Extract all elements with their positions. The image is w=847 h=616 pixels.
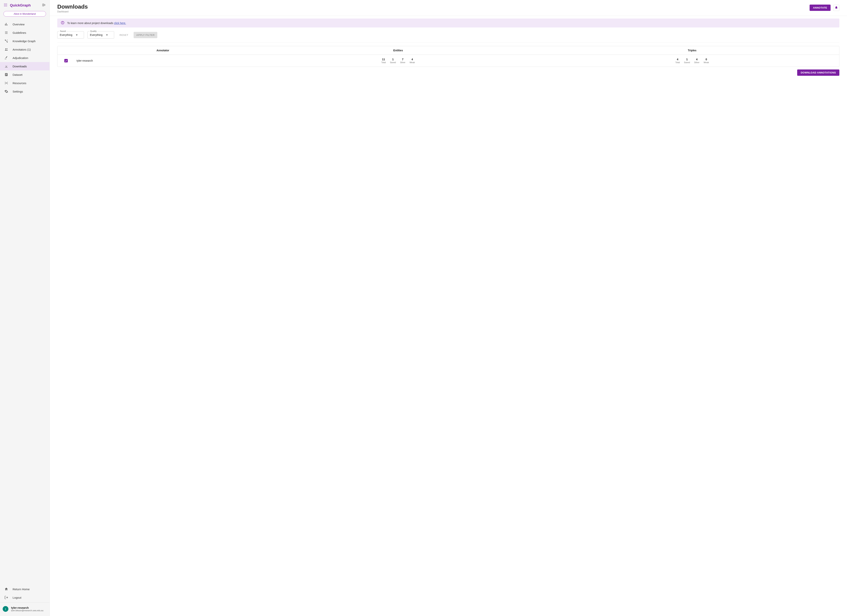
sidebar-item-label: Annotators (1) bbox=[13, 48, 31, 51]
hub-icon bbox=[4, 81, 8, 85]
sidebar-item-overview[interactable]: Overview bbox=[0, 20, 49, 28]
sidebar-item-label: Resources bbox=[13, 81, 27, 85]
svg-point-6 bbox=[4, 6, 5, 6]
svg-line-40 bbox=[6, 83, 7, 84]
svg-point-20 bbox=[7, 40, 7, 40]
sidebar-item-settings[interactable]: Settings bbox=[0, 87, 49, 96]
list-icon bbox=[4, 31, 8, 35]
annotations-table: Annotator Entities Triples tyler-researc… bbox=[57, 46, 840, 67]
sidebar-user-footer: t tyler-research tyler.bikaun@research.u… bbox=[0, 603, 49, 616]
sidebar-item-return-home[interactable]: Return Home bbox=[0, 585, 49, 593]
svg-point-1 bbox=[5, 4, 6, 4]
user-profile[interactable]: t tyler-research tyler.bikaun@research.u… bbox=[0, 604, 49, 614]
sidebar-item-guidelines[interactable]: Guidelines bbox=[0, 28, 49, 37]
quality-filter-label: Quality bbox=[89, 30, 97, 32]
sidebar-item-resources[interactable]: Resources bbox=[0, 79, 49, 87]
bell-icon bbox=[835, 6, 838, 10]
content: To learn more about project downloads cl… bbox=[50, 16, 847, 78]
info-text: To learn more about project downloads cl… bbox=[67, 22, 126, 25]
brand[interactable]: QuickGraph bbox=[4, 3, 31, 7]
collapse-sidebar-icon[interactable] bbox=[42, 3, 46, 7]
reset-button[interactable]: RESET bbox=[118, 32, 130, 38]
sidebar-item-label: Overview bbox=[13, 23, 25, 26]
gavel-icon bbox=[4, 56, 8, 60]
graph-icon bbox=[4, 39, 8, 43]
sidebar-item-label: Downloads bbox=[13, 65, 27, 68]
apps-grid-icon bbox=[4, 3, 7, 7]
sidebar-item-knowledge-graph[interactable]: Knowledge Graph bbox=[0, 37, 49, 45]
svg-point-22 bbox=[5, 48, 6, 49]
svg-line-37 bbox=[5, 82, 6, 83]
svg-rect-14 bbox=[7, 24, 7, 25]
sidebar-item-label: Dataset bbox=[13, 73, 22, 76]
svg-point-0 bbox=[4, 4, 5, 4]
sidebar-item-label: Return Home bbox=[13, 588, 30, 591]
info-icon bbox=[61, 21, 65, 25]
saved-filter[interactable]: Saved Everything ▼ bbox=[57, 31, 84, 38]
breadcrumb: Dashboard bbox=[57, 10, 88, 13]
people-icon bbox=[4, 47, 8, 52]
notifications-button[interactable] bbox=[833, 5, 840, 11]
th-annotator: Annotator bbox=[75, 46, 251, 55]
sidebar-item-adjudication[interactable]: Adjudication bbox=[0, 54, 49, 62]
gear-icon bbox=[4, 89, 8, 93]
sidebar-item-label: Adjudication bbox=[13, 56, 28, 59]
caret-down-icon: ▼ bbox=[75, 33, 78, 37]
svg-rect-27 bbox=[5, 67, 7, 68]
svg-point-23 bbox=[7, 49, 7, 49]
home-icon bbox=[4, 587, 8, 591]
sidebar-item-label: Logout bbox=[13, 596, 21, 599]
svg-rect-24 bbox=[5, 59, 6, 59]
sidebar-item-annotators[interactable]: Annotators (1) bbox=[0, 45, 49, 54]
svg-point-5 bbox=[6, 5, 7, 5]
table-row: tyler-research 11Total 1Saved 7Silver 4W… bbox=[58, 55, 839, 66]
svg-point-3 bbox=[4, 5, 5, 5]
apply-filter-button[interactable]: APPLY FILTER bbox=[134, 32, 157, 38]
svg-point-44 bbox=[62, 22, 63, 22]
caret-down-icon: ▼ bbox=[106, 33, 108, 37]
download-annotations-button[interactable]: DOWNLOAD ANNOTATIONS bbox=[797, 69, 840, 76]
row-triples: 4Total 1Saved 4Silver 0Weak bbox=[545, 55, 839, 66]
annotate-button[interactable]: ANNOTATE bbox=[810, 4, 831, 11]
sidebar-nav: Overview Guidelines Knowledge Graph Anno… bbox=[0, 19, 49, 96]
sidebar-item-dataset[interactable]: Dataset bbox=[0, 71, 49, 79]
saved-filter-select[interactable]: Everything ▼ bbox=[57, 31, 84, 38]
bar-chart-icon bbox=[4, 22, 8, 27]
sidebar: QuickGraph Alice in Wonderland Overview … bbox=[0, 0, 50, 616]
main: Downloads Dashboard ANNOTATE To learn mo… bbox=[50, 0, 847, 616]
user-email: tyler.bikaun@research.uwa.edu.au bbox=[11, 609, 44, 612]
th-entities: Entities bbox=[251, 46, 545, 55]
article-icon bbox=[4, 72, 8, 77]
sidebar-item-label: Guidelines bbox=[13, 31, 26, 34]
row-annotator: tyler-research bbox=[75, 56, 251, 65]
svg-rect-12 bbox=[5, 24, 6, 25]
table-header: Annotator Entities Triples bbox=[58, 46, 839, 55]
sidebar-item-label: Settings bbox=[13, 90, 23, 93]
svg-rect-13 bbox=[6, 23, 6, 25]
svg-line-38 bbox=[6, 82, 7, 83]
info-link[interactable]: click here. bbox=[114, 22, 126, 25]
row-checkbox[interactable] bbox=[64, 59, 68, 62]
svg-point-8 bbox=[6, 6, 7, 6]
brand-name: QuickGraph bbox=[10, 3, 31, 7]
project-chip[interactable]: Alice in Wonderland bbox=[3, 11, 46, 16]
svg-line-39 bbox=[5, 83, 6, 84]
row-checkbox-cell bbox=[58, 56, 75, 66]
sidebar-header: QuickGraph bbox=[0, 0, 49, 10]
download-row: DOWNLOAD ANNOTATIONS bbox=[57, 69, 840, 76]
project-chip-wrap: Alice in Wonderland bbox=[0, 10, 49, 19]
sidebar-item-logout[interactable]: Logout bbox=[0, 593, 49, 602]
svg-rect-30 bbox=[6, 74, 7, 75]
info-banner: To learn more about project downloads cl… bbox=[57, 19, 840, 28]
svg-point-2 bbox=[6, 4, 7, 4]
sidebar-item-downloads[interactable]: Downloads bbox=[0, 62, 49, 71]
svg-point-7 bbox=[5, 6, 6, 6]
svg-line-21 bbox=[6, 40, 7, 42]
topbar-actions: ANNOTATE bbox=[810, 4, 840, 11]
saved-filter-label: Saved bbox=[59, 30, 66, 32]
quality-filter[interactable]: Quality Everything ▼ bbox=[87, 31, 114, 38]
topbar: Downloads Dashboard ANNOTATE bbox=[50, 0, 847, 16]
sidebar-footer-nav: Return Home Logout bbox=[0, 584, 49, 603]
filters: Saved Everything ▼ Quality Everything ▼ … bbox=[57, 31, 840, 43]
quality-filter-select[interactable]: Everything ▼ bbox=[87, 31, 114, 38]
